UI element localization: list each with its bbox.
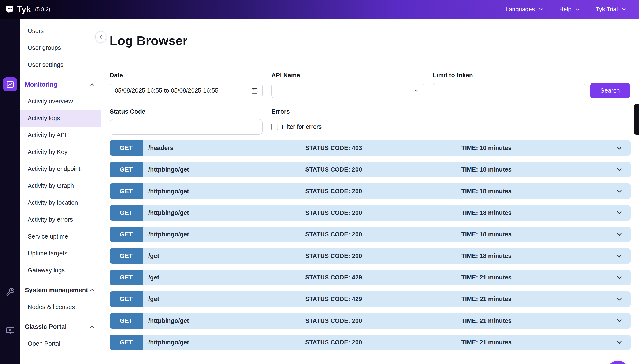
chevron-down-icon[interactable]	[616, 166, 623, 174]
chevron-down-icon[interactable]	[616, 339, 623, 346]
tyk-logo-icon	[6, 5, 14, 14]
top-bar: Tyk (5.8.2) Languages Help Tyk Trial	[0, 0, 639, 19]
log-time: TIME: 21 minutes	[461, 317, 511, 324]
log-row[interactable]: GET /httpbingo/get STATUS CODE: 200 TIME…	[110, 205, 630, 220]
sidebar-item-uptime-targets[interactable]: Uptime targets	[20, 245, 101, 262]
log-status: STATUS CODE: 200	[305, 317, 362, 324]
chevron-down-icon[interactable]	[616, 252, 623, 260]
sidebar-item-activity-by-location[interactable]: Activity by location	[20, 194, 101, 211]
monitoring-rail-icon[interactable]	[3, 77, 17, 91]
sidebar-section-monitoring[interactable]: Monitoring	[20, 76, 101, 93]
sidebar-collapse-button[interactable]	[95, 31, 106, 42]
chevron-down-icon[interactable]	[616, 144, 623, 152]
log-status: STATUS CODE: 200	[305, 339, 362, 346]
log-row[interactable]: GET /get STATUS CODE: 200 TIME: 18 minut…	[110, 248, 630, 264]
search-button[interactable]: Search	[590, 83, 630, 98]
log-status: STATUS CODE: 200	[305, 252, 362, 260]
sidebar-item-nodes-licenses[interactable]: Nodes & licenses	[20, 298, 101, 316]
log-time: TIME: 10 minutes	[461, 144, 511, 152]
chevron-down-icon[interactable]	[616, 209, 623, 216]
log-time: TIME: 21 minutes	[461, 339, 511, 346]
sidebar-item-activity-by-endpoint[interactable]: Activity by endpoint	[20, 160, 101, 178]
chevron-down-icon	[575, 6, 580, 12]
chevron-down-icon[interactable]	[616, 188, 623, 195]
log-time: TIME: 18 minutes	[461, 231, 511, 238]
help-menu[interactable]: Help	[559, 6, 580, 13]
sidebar: Users User groups User settings Monitori…	[20, 19, 101, 364]
chevron-down-icon[interactable]	[616, 274, 623, 281]
sidebar-section-label: System management	[25, 286, 88, 294]
sidebar-section-label: Classic Portal	[25, 323, 67, 330]
sidebar-item-activity-logs[interactable]: Activity logs	[20, 110, 101, 127]
sidebar-item-activity-by-api[interactable]: Activity by API	[20, 127, 101, 144]
api-name-select[interactable]	[271, 83, 424, 98]
languages-menu-label: Languages	[506, 6, 535, 13]
chevron-down-icon	[538, 6, 544, 12]
tyk-trial-menu[interactable]: Tyk Trial	[596, 6, 627, 13]
sidebar-item-open-portal[interactable]: Open Portal	[20, 335, 101, 352]
languages-menu[interactable]: Languages	[506, 6, 544, 13]
log-path: /get	[148, 296, 159, 302]
app-shell: Users User groups User settings Monitori…	[0, 19, 639, 364]
sidebar-item-user-settings[interactable]: User settings	[20, 56, 101, 73]
date-range-input[interactable]	[110, 83, 263, 98]
log-path: /httpbingo/get	[148, 166, 189, 173]
log-row[interactable]: GET /headers STATUS CODE: 403 TIME: 10 m…	[110, 140, 630, 156]
wrench-icon[interactable]	[5, 287, 15, 297]
log-row[interactable]: GET /httpbingo/get STATUS CODE: 200 TIME…	[110, 227, 630, 242]
log-path: /get	[148, 274, 159, 281]
log-row[interactable]: GET /httpbingo/get STATUS CODE: 200 TIME…	[110, 162, 630, 177]
help-menu-label: Help	[559, 6, 571, 13]
sidebar-section-classic-portal[interactable]: Classic Portal	[20, 318, 101, 335]
sidebar-section-system-management[interactable]: System management	[20, 282, 101, 298]
status-code-label: Status Code	[110, 108, 263, 116]
filter-errors-checkbox[interactable]	[271, 124, 278, 130]
feedback-tab[interactable]	[634, 104, 639, 135]
log-time: TIME: 18 minutes	[461, 252, 511, 260]
log-list: GET /headers STATUS CODE: 403 TIME: 10 m…	[110, 140, 630, 350]
chevron-down-icon[interactable]	[616, 296, 623, 303]
sidebar-item-activity-by-key[interactable]: Activity by Key	[20, 144, 101, 160]
sidebar-item-gateway-logs[interactable]: Gateway logs	[20, 262, 101, 279]
log-row[interactable]: GET /httpbingo/get STATUS CODE: 200 TIME…	[110, 183, 630, 199]
sidebar-item-service-uptime[interactable]: Service uptime	[20, 228, 101, 245]
main-content: Log Browser Date API Name	[101, 19, 639, 364]
chevron-up-icon	[89, 324, 95, 330]
log-status: STATUS CODE: 200	[305, 188, 362, 195]
status-code-input[interactable]	[110, 119, 263, 134]
log-row[interactable]: GET /get STATUS CODE: 429 TIME: 21 minut…	[110, 291, 630, 307]
date-label: Date	[110, 72, 263, 79]
log-status: STATUS CODE: 200	[305, 231, 362, 238]
method-badge: GET	[110, 227, 143, 242]
sidebar-item-activity-by-errors[interactable]: Activity by errors	[20, 211, 101, 228]
method-badge: GET	[110, 313, 143, 328]
calendar-icon[interactable]	[251, 87, 258, 94]
portal-monitor-icon[interactable]	[5, 326, 15, 336]
sidebar-item-users[interactable]: Users	[20, 22, 101, 39]
log-time: TIME: 18 minutes	[461, 166, 511, 173]
chevron-down-icon[interactable]	[616, 231, 623, 238]
errors-label: Errors	[271, 108, 322, 116]
sidebar-item-activity-overview[interactable]: Activity overview	[20, 93, 101, 110]
log-path: /httpbingo/get	[148, 188, 189, 195]
log-row[interactable]: GET /httpbingo/get STATUS CODE: 200 TIME…	[110, 335, 630, 350]
method-badge: GET	[110, 335, 143, 350]
chevron-down-icon[interactable]	[616, 317, 623, 324]
log-time: TIME: 21 minutes	[461, 296, 511, 302]
log-row[interactable]: GET /get STATUS CODE: 429 TIME: 21 minut…	[110, 270, 630, 285]
chevron-up-icon	[89, 81, 95, 88]
sidebar-item-activity-by-graph[interactable]: Activity by Graph	[20, 178, 101, 194]
log-time: TIME: 18 minutes	[461, 188, 511, 195]
log-row[interactable]: GET /httpbingo/get STATUS CODE: 200 TIME…	[110, 313, 630, 328]
sidebar-item-user-groups[interactable]: User groups	[20, 39, 101, 56]
method-badge: GET	[110, 248, 143, 264]
filter-errors-checkbox-label: Filter for errors	[282, 124, 322, 130]
tyk-logo-text: Tyk	[17, 5, 31, 14]
log-status: STATUS CODE: 429	[305, 296, 362, 302]
method-badge: GET	[110, 270, 143, 285]
log-path: /get	[148, 252, 159, 260]
limit-to-token-input[interactable]	[433, 83, 585, 98]
page-title: Log Browser	[110, 34, 630, 48]
log-path: /httpbingo/get	[148, 209, 189, 216]
title-divider	[101, 63, 639, 63]
